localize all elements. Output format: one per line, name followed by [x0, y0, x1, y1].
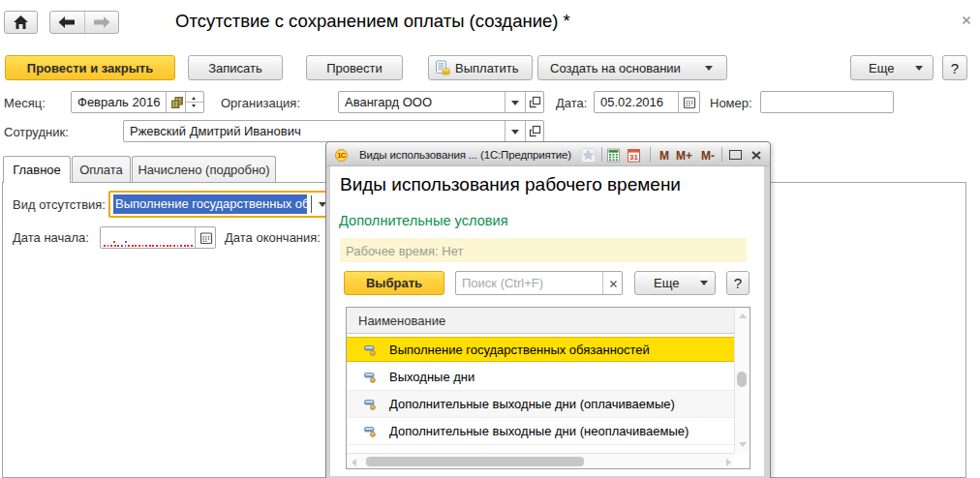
svg-text:31: 31	[629, 153, 638, 162]
